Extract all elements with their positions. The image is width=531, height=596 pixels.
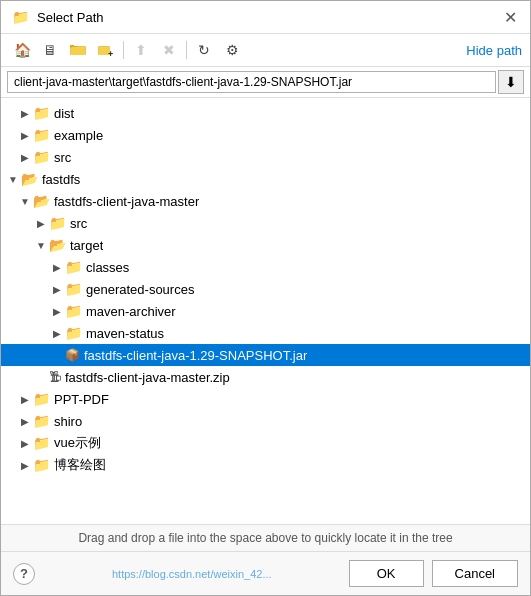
zip-icon: 🗜 bbox=[49, 370, 61, 384]
toggle-vue[interactable]: ▶ bbox=[17, 432, 33, 454]
tree-item-ppt-pdf[interactable]: ▶ 📁 PPT-PDF bbox=[1, 388, 530, 410]
tree-item-src-top[interactable]: ▶ 📁 src bbox=[1, 146, 530, 168]
computer-button[interactable]: 🖥 bbox=[37, 38, 63, 62]
tree-item-zip[interactable]: ▶ 🗜 fastdfs-client-java-master.zip bbox=[1, 366, 530, 388]
folder-icon-blog: 📁 bbox=[33, 457, 50, 473]
label-ppt-pdf: PPT-PDF bbox=[54, 392, 109, 407]
label-fastdfs-client: fastdfs-client-java-master bbox=[54, 194, 199, 209]
toggle-maven-archiver[interactable]: ▶ bbox=[49, 300, 65, 322]
folder-icon-maven-status: 📁 bbox=[65, 325, 82, 341]
dialog-icon: 📁 bbox=[11, 8, 29, 26]
status-bar: Drag and drop a file into the space abov… bbox=[1, 524, 530, 551]
home-button[interactable]: 🏠 bbox=[9, 38, 35, 62]
path-bar: ⬇ bbox=[1, 67, 530, 98]
label-maven-archiver: maven-archiver bbox=[86, 304, 176, 319]
toggle-src-top[interactable]: ▶ bbox=[17, 146, 33, 168]
tree-item-vue[interactable]: ▶ 📁 vue示例 bbox=[1, 432, 530, 454]
folder-icon-shiro: 📁 bbox=[33, 413, 50, 429]
toggle-fastdfs[interactable]: ▼ bbox=[5, 168, 21, 190]
label-fastdfs: fastdfs bbox=[42, 172, 80, 187]
toolbar-sep-1 bbox=[123, 41, 124, 59]
tree-item-fastdfs[interactable]: ▼ 📂 fastdfs bbox=[1, 168, 530, 190]
toggle-dist[interactable]: ▶ bbox=[17, 102, 33, 124]
jar-icon: 📦 bbox=[65, 348, 80, 362]
folder-icon-generated-sources: 📁 bbox=[65, 281, 82, 297]
tree-item-blog[interactable]: ▶ 📁 博客绘图 bbox=[1, 454, 530, 476]
select-path-dialog: 📁 Select Path ✕ 🏠 🖥 + ⬆ ✖ ↻ ⚙ H bbox=[0, 0, 531, 596]
folder-icon-fastdfs-client: 📂 bbox=[33, 193, 50, 209]
label-zip: fastdfs-client-java-master.zip bbox=[65, 370, 230, 385]
close-button[interactable]: ✕ bbox=[500, 7, 520, 27]
toggle-example[interactable]: ▶ bbox=[17, 124, 33, 146]
help-button[interactable]: ? bbox=[13, 563, 35, 585]
title-bar: 📁 Select Path ✕ bbox=[1, 1, 530, 34]
ok-button[interactable]: OK bbox=[349, 560, 424, 587]
tree-item-src-inner[interactable]: ▶ 📁 src bbox=[1, 212, 530, 234]
footer: ? https://blog.csdn.net/weixin_42... OK … bbox=[1, 551, 530, 595]
folder-icon-ppt-pdf: 📁 bbox=[33, 391, 50, 407]
toggle-src-inner[interactable]: ▶ bbox=[33, 212, 49, 234]
file-tree: ▶ 📁 dist ▶ 📁 example ▶ 📁 src ▼ 📂 fastdfs… bbox=[1, 98, 530, 524]
label-maven-status: maven-status bbox=[86, 326, 164, 341]
label-vue: vue示例 bbox=[54, 434, 101, 452]
tree-item-jar[interactable]: ▶ 📦 fastdfs-client-java-1.29-SNAPSHOT.ja… bbox=[1, 344, 530, 366]
tree-item-fastdfs-client[interactable]: ▼ 📂 fastdfs-client-java-master bbox=[1, 190, 530, 212]
folder-icon-fastdfs: 📂 bbox=[21, 171, 38, 187]
folder-icon-maven-archiver: 📁 bbox=[65, 303, 82, 319]
tree-item-example[interactable]: ▶ 📁 example bbox=[1, 124, 530, 146]
label-src-top: src bbox=[54, 150, 71, 165]
toggle-target[interactable]: ▼ bbox=[33, 234, 49, 256]
label-dist: dist bbox=[54, 106, 74, 121]
folder-icon-classes: 📁 bbox=[65, 259, 82, 275]
status-text: Drag and drop a file into the space abov… bbox=[78, 531, 452, 545]
settings-button[interactable]: ⚙ bbox=[219, 38, 245, 62]
up-button[interactable]: ⬆ bbox=[128, 38, 154, 62]
toggle-maven-status[interactable]: ▶ bbox=[49, 322, 65, 344]
label-shiro: shiro bbox=[54, 414, 82, 429]
tree-item-maven-archiver[interactable]: ▶ 📁 maven-archiver bbox=[1, 300, 530, 322]
toggle-fastdfs-client[interactable]: ▼ bbox=[17, 190, 33, 212]
tree-item-classes[interactable]: ▶ 📁 classes bbox=[1, 256, 530, 278]
label-target: target bbox=[70, 238, 103, 253]
toggle-classes[interactable]: ▶ bbox=[49, 256, 65, 278]
label-src-inner: src bbox=[70, 216, 87, 231]
tree-item-dist[interactable]: ▶ 📁 dist bbox=[1, 102, 530, 124]
label-blog: 博客绘图 bbox=[54, 456, 106, 474]
open-folder-button[interactable] bbox=[65, 38, 91, 62]
delete-button[interactable]: ✖ bbox=[156, 38, 182, 62]
folder-icon-src-top: 📁 bbox=[33, 149, 50, 165]
svg-rect-3 bbox=[71, 47, 85, 55]
tree-item-generated-sources[interactable]: ▶ 📁 generated-sources bbox=[1, 278, 530, 300]
folder-icon-target: 📂 bbox=[49, 237, 66, 253]
hide-path-link[interactable]: Hide path bbox=[466, 43, 522, 58]
tree-item-shiro[interactable]: ▶ 📁 shiro bbox=[1, 410, 530, 432]
toolbar: 🏠 🖥 + ⬆ ✖ ↻ ⚙ Hide path bbox=[1, 34, 530, 67]
refresh-button[interactable]: ↻ bbox=[191, 38, 217, 62]
folder-icon-dist: 📁 bbox=[33, 105, 50, 121]
label-classes: classes bbox=[86, 260, 129, 275]
label-generated-sources: generated-sources bbox=[86, 282, 194, 297]
toggle-generated-sources[interactable]: ▶ bbox=[49, 278, 65, 300]
tree-item-maven-status[interactable]: ▶ 📁 maven-status bbox=[1, 322, 530, 344]
folder-icon-example: 📁 bbox=[33, 127, 50, 143]
label-example: example bbox=[54, 128, 103, 143]
dialog-title: Select Path bbox=[37, 10, 500, 25]
watermark: https://blog.csdn.net/weixin_42... bbox=[43, 568, 341, 580]
toggle-ppt-pdf[interactable]: ▶ bbox=[17, 388, 33, 410]
svg-text:+: + bbox=[108, 49, 113, 57]
toolbar-sep-2 bbox=[186, 41, 187, 59]
toggle-shiro[interactable]: ▶ bbox=[17, 410, 33, 432]
label-jar: fastdfs-client-java-1.29-SNAPSHOT.jar bbox=[84, 348, 307, 363]
toggle-blog[interactable]: ▶ bbox=[17, 454, 33, 476]
tree-item-target[interactable]: ▼ 📂 target bbox=[1, 234, 530, 256]
new-folder-button[interactable]: + bbox=[93, 38, 119, 62]
folder-icon-vue: 📁 bbox=[33, 435, 50, 451]
cancel-button[interactable]: Cancel bbox=[432, 560, 518, 587]
folder-icon-src-inner: 📁 bbox=[49, 215, 66, 231]
path-input[interactable] bbox=[7, 71, 496, 93]
path-download-button[interactable]: ⬇ bbox=[498, 70, 524, 94]
